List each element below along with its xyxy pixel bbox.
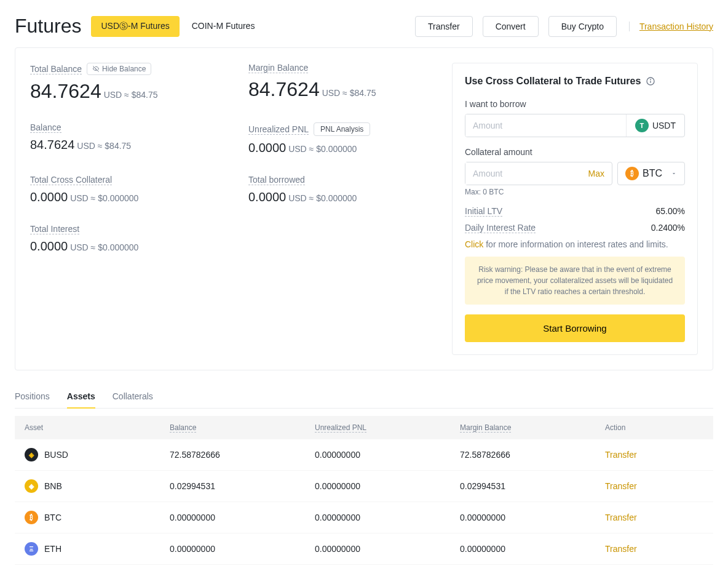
main-panel: Total Balance Hide Balance 84.7624USD ≈ … <box>15 47 713 370</box>
borrow-coin-display: T USDT <box>626 114 684 137</box>
collateral-amount-label: Collateral amount <box>465 147 685 157</box>
coin-icon: ₿ <box>25 511 38 524</box>
cell-balance: 72.58782666 <box>170 450 315 460</box>
table-row: ₿BTC0.000000000.000000000.00000000Transf… <box>15 502 713 533</box>
asset-symbol: BNB <box>44 481 62 491</box>
tab-positions[interactable]: Positions <box>15 385 50 409</box>
chevron-down-icon <box>671 170 677 177</box>
borrow-panel: Use Cross Collateral to Trade Futures I … <box>452 63 698 355</box>
cell-upnl: 0.00000000 <box>315 544 460 554</box>
balance-label: Balance <box>30 122 61 133</box>
svg-point-2 <box>651 79 651 80</box>
cross-collateral-value: 0.0000 <box>30 190 68 204</box>
cell-margin: 0.00000000 <box>460 513 605 522</box>
total-interest-block: Total Interest 0.0000USD ≈ $0.000000 <box>30 224 219 254</box>
initial-ltv-label: Initial LTV <box>465 206 502 217</box>
max-hint: Max: 0 BTC <box>465 188 685 196</box>
asset-tabs: Positions Assets Collaterals <box>15 385 713 409</box>
asset-symbol: ETH <box>44 544 61 554</box>
transfer-link[interactable]: Transfer <box>605 544 637 554</box>
total-interest-value: 0.0000 <box>30 239 68 253</box>
initial-ltv-value: 65.00% <box>656 206 685 217</box>
balances-section: Total Balance Hide Balance 84.7624USD ≈ … <box>30 63 437 355</box>
collateral-amount-input[interactable] <box>465 162 588 185</box>
table-header: Asset Balance Unrealized PNL Margin Bala… <box>15 416 713 439</box>
total-balance-block: Total Balance Hide Balance 84.7624USD ≈ … <box>30 63 219 103</box>
transfer-link[interactable]: Transfer <box>605 450 637 460</box>
eye-off-icon <box>92 65 100 73</box>
total-borrowed-block: Total borrowed 0.0000USD ≈ $0.000000 <box>248 175 437 204</box>
hide-balance-button[interactable]: Hide Balance <box>87 63 151 75</box>
collateral-coin-select[interactable]: ₿ BTC <box>617 162 685 185</box>
total-balance-value: 84.7624 <box>30 80 101 102</box>
th-asset: Asset <box>25 423 170 432</box>
btc-icon: ₿ <box>625 167 639 180</box>
cell-upnl: 0.00000000 <box>315 481 460 491</box>
total-interest-label: Total Interest <box>30 224 79 234</box>
cell-balance: 0.02994531 <box>170 481 315 491</box>
cell-margin: 0.00000000 <box>460 544 605 554</box>
coin-icon: ◈ <box>25 479 38 493</box>
unrealized-pnl-block: Unrealized PNL PNL Analysis 0.0000USD ≈ … <box>248 122 437 155</box>
th-action: Action <box>605 423 703 432</box>
max-button[interactable]: Max <box>588 169 612 178</box>
tab-usdm-futures[interactable]: USDⓈ-M Futures <box>91 16 179 37</box>
page-header: Futures USDⓈ-M Futures COIN-M Futures Tr… <box>0 0 728 47</box>
daily-rate-label: Daily Interest Rate <box>465 223 536 233</box>
table-row: ΞETH0.000000000.000000000.00000000Transf… <box>15 533 713 565</box>
cell-balance: 0.00000000 <box>170 513 315 522</box>
table-row: ◈BUSD72.587826660.0000000072.58782666Tra… <box>15 439 713 471</box>
daily-rate-value: 0.2400% <box>651 223 685 233</box>
pnl-analysis-button[interactable]: PNL Analysis <box>314 122 370 136</box>
coin-icon: Ξ <box>25 542 38 556</box>
th-upnl: Unrealized PNL <box>315 423 460 432</box>
borrow-amount-input[interactable] <box>465 114 626 137</box>
assets-table: Asset Balance Unrealized PNL Margin Bala… <box>15 416 713 571</box>
borrow-header: Use Cross Collateral to Trade Futures <box>465 76 641 87</box>
page-title: Futures <box>15 15 81 38</box>
cell-margin: 0.02994531 <box>460 481 605 491</box>
cell-balance: 0.00000000 <box>170 544 315 554</box>
th-margin: Margin Balance <box>460 423 605 432</box>
margin-balance-label: Margin Balance <box>248 63 308 73</box>
total-balance-label: Total Balance <box>30 64 82 74</box>
risk-warning: Risk warning: Please be aware that in th… <box>465 257 685 305</box>
table-row: ◈BNB0.029945310.000000000.02994531Transf… <box>15 471 713 502</box>
transaction-history-link[interactable]: Transaction History <box>629 22 713 31</box>
usdt-icon: T <box>635 119 649 132</box>
transfer-link[interactable]: Transfer <box>605 481 637 491</box>
cross-collateral-block: Total Cross Collateral 0.0000USD ≈ $0.00… <box>30 175 219 204</box>
buy-crypto-button[interactable]: Buy Crypto <box>548 16 617 37</box>
info-icon[interactable] <box>646 76 655 86</box>
table-row: TUSDT0.000000000.000000000.00000000Trans… <box>15 565 713 571</box>
cell-upnl: 0.00000000 <box>315 513 460 522</box>
cell-margin: 72.58782666 <box>460 450 605 460</box>
borrow-amount-label: I want to borrow <box>465 99 685 109</box>
total-borrowed-value: 0.0000 <box>248 190 286 204</box>
futures-type-tabs: USDⓈ-M Futures COIN-M Futures <box>91 16 264 37</box>
margin-balance-block: Margin Balance 84.7624USD ≈ $84.75 <box>248 63 437 103</box>
tab-assets[interactable]: Assets <box>67 385 95 409</box>
convert-button[interactable]: Convert <box>483 16 539 37</box>
tab-collaterals[interactable]: Collaterals <box>113 385 153 409</box>
th-balance: Balance <box>170 423 315 432</box>
transfer-button[interactable]: Transfer <box>415 16 473 37</box>
total-borrowed-label: Total borrowed <box>248 175 305 185</box>
cell-upnl: 0.00000000 <box>315 450 460 460</box>
click-info-link[interactable]: Click <box>465 239 483 249</box>
transfer-link[interactable]: Transfer <box>605 513 637 522</box>
cross-collateral-label: Total Cross Collateral <box>30 175 112 185</box>
unrealized-pnl-value: 0.0000 <box>248 141 286 154</box>
coin-icon: ◈ <box>25 448 38 461</box>
balance-value: 84.7624 <box>30 138 74 151</box>
tab-coinm-futures[interactable]: COIN-M Futures <box>182 16 265 37</box>
asset-symbol: BTC <box>44 513 61 522</box>
unrealized-pnl-label: Unrealized PNL <box>248 124 309 135</box>
balance-block: Balance 84.7624USD ≈ $84.75 <box>30 122 219 155</box>
margin-balance-value: 84.7624 <box>248 78 320 100</box>
asset-symbol: BUSD <box>44 450 68 460</box>
start-borrowing-button[interactable]: Start Borrowing <box>465 314 685 342</box>
